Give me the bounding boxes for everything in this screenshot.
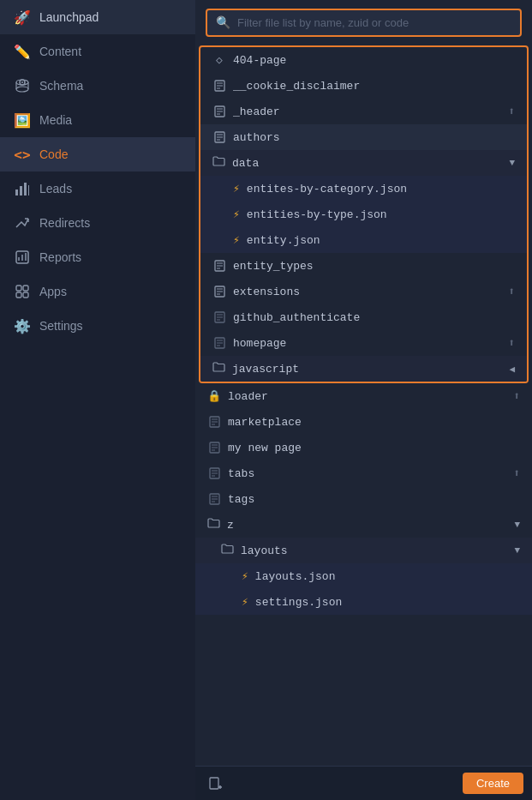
folder-icon (212, 362, 225, 376)
sidebar-item-label: Redirects (39, 216, 90, 230)
folder-icon (221, 544, 234, 557)
diamond-icon: ◇ (212, 53, 226, 67)
bolt-icon: ⚡ (233, 233, 240, 247)
file-item-entities-by-type[interactable]: ⚡ entities-by-type.json (200, 202, 527, 227)
bolt-icon: ⚡ (233, 182, 240, 195)
file-item-header[interactable]: _header ⬆ (200, 99, 527, 124)
sidebar-item-apps[interactable]: Apps (0, 274, 195, 309)
sidebar-item-settings[interactable]: ⚙️ Settings (0, 309, 195, 343)
doc-icon (207, 441, 221, 454)
content-icon: ✏️ (14, 43, 31, 60)
file-item-cookie-disclaimer[interactable]: __cookie_disclaimer (200, 73, 527, 99)
sidebar-item-media[interactable]: 🖼️ Media (0, 103, 195, 137)
file-item-layouts-json[interactable]: ⚡ layouts.json (195, 563, 532, 589)
upload-icon: ⬆ (513, 389, 520, 403)
bolt-icon: ⚡ (242, 569, 248, 583)
search-input-wrap: 🔍 (206, 9, 522, 37)
folder-icon (212, 156, 225, 170)
sidebar-item-label: Leads (39, 182, 72, 195)
chevron-down-icon: ▼ (514, 520, 520, 530)
folder-javascript[interactable]: javascript ◀ (200, 356, 527, 382)
sidebar-item-reports[interactable]: Reports (0, 240, 195, 274)
media-icon: 🖼️ (14, 111, 31, 129)
upload-icon: ⬆ (508, 336, 515, 350)
sidebar-item-label: Settings (39, 319, 83, 333)
doc-icon (207, 492, 221, 506)
create-button[interactable]: Create (463, 773, 523, 794)
svg-rect-7 (20, 186, 22, 195)
svg-rect-8 (24, 183, 27, 195)
upload-icon: ⬆ (513, 466, 520, 480)
file-item-404-page[interactable]: ◇ 404-page (200, 47, 527, 73)
folder-layouts[interactable]: layouts ▼ (195, 538, 532, 563)
search-input[interactable] (237, 16, 511, 29)
folder-z[interactable]: z ▼ (195, 512, 532, 538)
svg-point-1 (21, 81, 23, 83)
doc-icon (212, 130, 226, 144)
sidebar-item-label: Apps (39, 285, 67, 298)
search-icon: 🔍 (216, 15, 230, 30)
svg-rect-64 (210, 778, 218, 789)
sidebar-item-label: Schema (39, 79, 83, 93)
launchpad-icon: 🚀 (14, 9, 31, 26)
reports-icon (14, 249, 31, 266)
sidebar-item-leads[interactable]: Leads (0, 171, 195, 206)
file-item-extensions[interactable]: extensions ⬆ (200, 279, 527, 304)
doc-icon (212, 259, 226, 273)
apps-icon (14, 283, 31, 300)
file-list: ◇ 404-page __cookie_disclaimer (195, 45, 532, 766)
sidebar-item-code[interactable]: <> Code (0, 137, 195, 171)
chevron-down-icon: ▼ (509, 158, 515, 168)
leads-icon (14, 180, 31, 197)
doc-icon (207, 415, 221, 429)
sidebar-item-label: Code (39, 147, 68, 161)
file-item-github-authenticate[interactable]: github_authenticate (200, 304, 527, 330)
file-item-entites-by-category[interactable]: ⚡ entites-by-category.json (200, 176, 527, 202)
doc-icon (212, 310, 226, 324)
file-item-marketplace[interactable]: marketplace (195, 409, 532, 435)
sidebar-item-redirects[interactable]: Redirects (0, 206, 195, 240)
bolt-icon: ⚡ (242, 595, 248, 609)
doc-icon (212, 105, 226, 118)
svg-rect-18 (16, 292, 21, 298)
doc-icon (212, 79, 226, 93)
sidebar-item-label: Reports (39, 250, 81, 264)
file-item-authors[interactable]: authors (200, 124, 527, 150)
settings-icon: ⚙️ (14, 317, 31, 334)
bottom-bar: Create (195, 766, 532, 800)
main-panel: 🔍 ◇ 404-page __cook (195, 0, 532, 800)
folder-data[interactable]: data ▼ (200, 150, 527, 176)
svg-rect-9 (28, 185, 29, 195)
code-icon: <> (14, 146, 31, 163)
file-item-tags[interactable]: tags (195, 486, 532, 512)
upload-icon: ⬆ (508, 105, 515, 118)
svg-rect-17 (23, 286, 28, 291)
lock-icon: 🔒 (207, 389, 221, 403)
sidebar-item-schema[interactable]: Schema (0, 69, 195, 103)
sidebar-item-launchpad[interactable]: 🚀 Launchpad (0, 0, 195, 34)
file-item-homepage[interactable]: homepage ⬆ (200, 330, 527, 356)
sidebar-item-label: Media (39, 113, 72, 127)
sidebar-item-content[interactable]: ✏️ Content (0, 34, 195, 69)
doc-icon (212, 336, 226, 350)
file-item-settings-json[interactable]: ⚡ settings.json (195, 589, 532, 615)
search-bar: 🔍 (195, 0, 532, 45)
file-item-entity-json[interactable]: ⚡ entity.json (200, 227, 527, 253)
svg-point-5 (16, 87, 28, 92)
doc-icon (212, 285, 226, 298)
schema-icon (14, 77, 31, 94)
sidebar-item-label: Content (39, 45, 81, 58)
add-file-icon[interactable] (204, 772, 228, 796)
sidebar-item-label: Launchpad (39, 10, 99, 24)
file-item-my-new-page[interactable]: my new page (195, 435, 532, 460)
svg-rect-16 (16, 286, 21, 291)
file-item-loader[interactable]: 🔒 loader ⬆ (195, 383, 532, 409)
file-item-tabs[interactable]: tabs ⬆ (195, 460, 532, 486)
svg-rect-19 (23, 292, 28, 298)
sidebar: 🚀 Launchpad ✏️ Content Schema 🖼️ Media <… (0, 0, 195, 800)
file-item-entity-types[interactable]: entity_types (200, 253, 527, 279)
doc-icon (207, 466, 221, 480)
folder-icon (207, 518, 220, 532)
bolt-icon: ⚡ (233, 208, 240, 221)
svg-rect-6 (15, 189, 18, 195)
